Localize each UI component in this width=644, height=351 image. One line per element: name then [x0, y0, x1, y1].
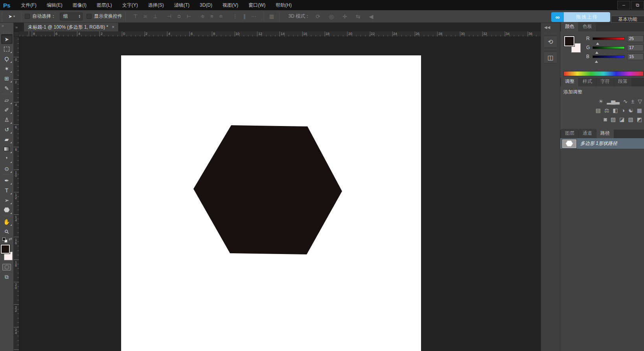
brush-tool[interactable]: ✐	[1, 105, 13, 115]
channel-slider-b[interactable]	[592, 55, 625, 58]
color-tab-色板[interactable]: 色板	[579, 22, 596, 31]
shape-tool-polygon[interactable]	[1, 205, 13, 215]
show-transform-checkbox[interactable]	[86, 14, 92, 19]
adjust-tab-字符[interactable]: 字符	[596, 77, 614, 86]
menu-item-layer[interactable]: 图层(L)	[92, 0, 117, 10]
photo-filter-icon[interactable]: ◑	[622, 108, 625, 113]
align-top-edges-icon[interactable]: ⊤	[131, 13, 140, 19]
align-right-edges-icon[interactable]: ⊢	[185, 13, 193, 19]
document-canvas[interactable]	[121, 55, 421, 351]
minimize-button[interactable]: –	[617, 1, 630, 9]
menu-item-type[interactable]: 文字(Y)	[117, 0, 143, 10]
menu-item-view[interactable]: 视图(V)	[217, 0, 243, 10]
magic-wand-tool[interactable]: ✶	[1, 64, 13, 73]
slider-thumb-icon[interactable]	[595, 59, 598, 63]
gradient-map-icon[interactable]: ▧	[628, 117, 633, 122]
ruler-corner[interactable]	[14, 31, 19, 37]
move-tool[interactable]: ➤	[1, 34, 13, 44]
swap-colors-icon[interactable]: ⇄	[9, 237, 12, 241]
tab-overflow-icon[interactable]: »	[14, 23, 24, 31]
distribute-bottom-edges-icon[interactable]: ≐	[217, 13, 225, 19]
eyedropper-tool[interactable]: ✎	[1, 83, 13, 93]
lasso-tool[interactable]: Ϙ	[1, 54, 13, 64]
color-tab-颜色[interactable]: 颜色	[561, 22, 578, 31]
align-horizontal-centers-icon[interactable]: ≎	[175, 13, 183, 19]
screen-mode-button[interactable]: ⧉	[5, 274, 9, 280]
history-panel-button[interactable]: ⟲	[543, 36, 558, 48]
dodge-tool[interactable]: ⊙	[1, 164, 13, 174]
rectangular-marquee-tool[interactable]	[1, 44, 13, 54]
slider-thumb-icon[interactable]	[595, 50, 598, 54]
selective-color-icon[interactable]: ◩	[637, 117, 642, 122]
workspace-switcher-button[interactable]: 基本功能	[611, 16, 644, 23]
channel-mixer-icon[interactable]: ☯	[628, 108, 633, 113]
color-balance-icon[interactable]: ⚖	[604, 108, 609, 113]
layers-tab-通道[interactable]: 通道	[579, 129, 596, 138]
adjust-tab-调整[interactable]: 调整	[561, 77, 578, 86]
horizontal-ruler[interactable]: 8642024681012141618202224262830323436	[19, 31, 541, 37]
channel-slider-r[interactable]	[592, 37, 625, 40]
path-selection-tool[interactable]: ➢	[1, 195, 13, 205]
invert-icon[interactable]: ◙	[604, 117, 607, 122]
toolbar-collapse-icon[interactable]: »	[0, 23, 13, 31]
eraser-tool[interactable]: ▰	[1, 134, 13, 144]
vibrance-icon[interactable]: ▽	[638, 99, 642, 104]
document-tab[interactable]: 未标题-1 @ 100% (多边形 1, RGB/8) * ×	[24, 23, 119, 31]
drag-upload-button[interactable]: 拖拽上传	[564, 12, 610, 22]
cloud-upload-group[interactable]: ∞ 拖拽上传	[551, 12, 610, 22]
exposure-icon[interactable]: ±	[631, 99, 635, 104]
vertical-ruler[interactable]: 024681 01 21 41 61 82 02 22 42 6	[14, 37, 19, 351]
auto-select-dropdown[interactable]: 组 ▲▼	[60, 13, 83, 20]
restore-button[interactable]: ⧉	[631, 1, 644, 9]
adjust-tab-样式[interactable]: 样式	[579, 77, 596, 86]
hand-tool[interactable]: ✋	[1, 217, 13, 227]
zoom-tool[interactable]: ⚲	[1, 227, 13, 236]
menu-item-file[interactable]: 文件(F)	[16, 0, 41, 10]
channel-value-g[interactable]: 17	[627, 44, 644, 51]
align-left-edges-icon[interactable]: ⊣	[165, 13, 173, 19]
curves-icon[interactable]: ∿	[623, 99, 628, 104]
color-lookup-icon[interactable]: ▦	[637, 108, 642, 113]
menu-item-help[interactable]: 帮助(H)	[270, 0, 297, 10]
healing-brush-tool[interactable]: ▱	[1, 95, 13, 105]
pen-tool[interactable]: ✒	[1, 176, 13, 185]
3d-panel-button[interactable]: ◫	[543, 51, 558, 63]
blur-tool[interactable]: ❜	[1, 154, 13, 164]
distribute-right-edges-icon[interactable]: ⋯	[249, 13, 258, 19]
clone-stamp-tool[interactable]: ♙	[1, 115, 13, 124]
crop-tool[interactable]: ⊞	[1, 73, 13, 83]
history-brush-tool[interactable]: ↺	[1, 124, 13, 134]
distribute-top-edges-icon[interactable]: ≑	[199, 13, 207, 19]
black-white-icon[interactable]: ◧	[613, 108, 618, 113]
channel-value-r[interactable]: 25	[627, 35, 644, 42]
brightness-contrast-icon[interactable]: ☀	[598, 99, 604, 104]
layers-tab-路径[interactable]: 路径	[596, 129, 614, 138]
polygon-shape[interactable]	[121, 55, 421, 351]
quick-mask-button[interactable]	[2, 264, 11, 271]
slider-thumb-icon[interactable]	[596, 41, 599, 45]
tab-close-icon[interactable]: ×	[112, 24, 114, 30]
auto-align-layers-icon[interactable]: ▥	[267, 13, 276, 19]
menu-item-filter[interactable]: 滤镜(T)	[169, 0, 195, 10]
panel-foreground-swatch[interactable]	[564, 36, 574, 46]
type-tool[interactable]: T	[1, 185, 13, 195]
menu-item-3d[interactable]: 3D(D)	[195, 0, 217, 10]
channel-value-b[interactable]: 15	[627, 53, 644, 60]
auto-select-checkbox[interactable]	[25, 14, 30, 19]
default-colors-icon[interactable]	[2, 238, 6, 241]
hue-saturation-icon[interactable]: ▤	[596, 108, 601, 113]
foreground-color-swatch[interactable]	[1, 245, 10, 254]
layers-tab-图层[interactable]: 图层	[561, 129, 578, 138]
color-spectrum-ramp[interactable]	[563, 71, 644, 76]
align-vertical-centers-icon[interactable]: ≍	[141, 13, 149, 19]
gradient-tool[interactable]	[1, 144, 13, 154]
menu-item-edit[interactable]: 编辑(E)	[42, 0, 68, 10]
distribute-vertical-centers-icon[interactable]: ≡	[208, 13, 215, 19]
menu-item-window[interactable]: 窗口(W)	[243, 0, 270, 10]
threshold-icon[interactable]: ◪	[619, 117, 624, 122]
posterize-icon[interactable]: ▨	[611, 117, 616, 122]
dock-collapse-icon[interactable]: ◀◀	[544, 25, 550, 29]
path-list-item[interactable]: 多边形 1形状路径	[560, 138, 644, 149]
menu-item-select[interactable]: 选择(S)	[143, 0, 169, 10]
levels-icon[interactable]: ▂▅▃	[607, 99, 619, 104]
